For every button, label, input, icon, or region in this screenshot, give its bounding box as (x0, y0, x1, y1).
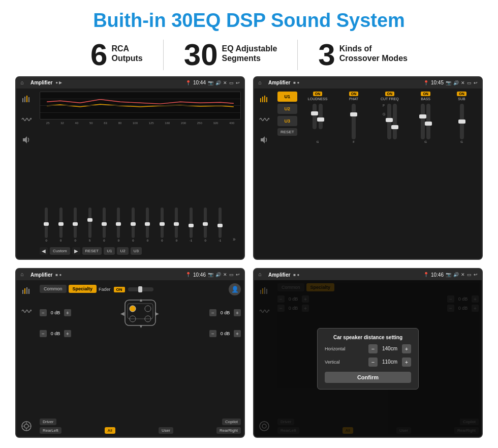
camera-icon-amp: 📷 (446, 80, 451, 85)
dialog-dec-vertical[interactable]: − (368, 357, 378, 367)
home-icon[interactable]: ⌂ (20, 79, 27, 86)
eq-u1-btn[interactable]: U1 (104, 247, 115, 255)
back-icon-spec[interactable]: ↩ (236, 272, 240, 277)
band-on-phat: ON (349, 92, 359, 96)
btn-all[interactable]: All (105, 427, 115, 434)
tab-common[interactable]: Common (40, 285, 67, 293)
x-icon-spec: ✕ (223, 272, 227, 277)
dialog-val-horizontal: 140cm (380, 346, 400, 351)
fader-on-badge[interactable]: ON (114, 287, 125, 292)
stat-text-eq: EQ Adjustable Segments (222, 40, 277, 63)
svg-point-15 (24, 424, 28, 428)
eq-slider-13: -1 (219, 207, 222, 242)
vol-ctrl-fl: − 0 dB + (40, 309, 71, 316)
eq-custom-btn[interactable]: Custom (50, 247, 70, 255)
btn-rearright[interactable]: RearRight (216, 427, 241, 434)
eq-prev-btn[interactable]: ◀ (40, 247, 48, 255)
eq-grid-h3 (40, 112, 240, 113)
topbar-dialog: ⌂ Amplifier ■ ● 📍 10:46 📷 🔊 ✕ ▭ ↩ (254, 269, 482, 280)
vol-inc-fr[interactable]: + (234, 309, 241, 316)
amp-preset-col: U1 U2 U3 RESET (277, 92, 297, 136)
car-svg: ◀ ▶ ▲ ▼ (117, 297, 163, 328)
band-track-phat[interactable] (352, 104, 356, 139)
btn-driver[interactable]: Driver (40, 419, 56, 425)
sidebar-speaker-icon[interactable] (20, 133, 33, 146)
preset-u1[interactable]: U1 (277, 92, 297, 102)
sidebar-speaker-icon-amp[interactable] (258, 133, 271, 146)
home-icon-spec[interactable]: ⌂ (20, 271, 27, 278)
svg-rect-5 (260, 98, 261, 102)
dialog-dec-horizontal[interactable]: − (368, 344, 378, 353)
dialog-inc-vertical[interactable]: + (402, 357, 411, 367)
sidebar-eq-icon[interactable] (20, 93, 33, 106)
dialog-confirm-btn[interactable]: Confirm (325, 372, 411, 383)
vol-dec-rl[interactable]: − (40, 330, 47, 337)
eq-bottom-controls: ◀ Custom ▶ RESET U1 U2 U3 (40, 246, 241, 256)
band-cutfreq: ON CUT FREQ FG (372, 92, 407, 143)
btn-rearleft[interactable]: RearLeft (40, 427, 61, 434)
vol-dec-fr[interactable]: − (209, 309, 216, 316)
btn-user-spec[interactable]: User (159, 427, 173, 434)
eq-slider-4: 5 (88, 207, 91, 242)
sidebar-wave-icon-amp[interactable] (258, 113, 271, 126)
camera-icon-spec: 📷 (208, 272, 213, 277)
band-name-loudness: LOUDNESS (308, 97, 328, 101)
band-track-loudness-l[interactable] (313, 104, 317, 129)
back-icon-dlg[interactable]: ↩ (474, 272, 478, 277)
svg-text:▼: ▼ (139, 324, 143, 328)
location-icon: 📍 (185, 80, 191, 85)
eq-reset-btn[interactable]: RESET (82, 247, 102, 255)
band-sub: ON SUB G (445, 92, 479, 143)
screen3-content: Common Specialty Fader ON 👤 (16, 280, 244, 437)
amp-reset-btn[interactable]: RESET (277, 128, 297, 136)
home-icon-amp[interactable]: ⌂ (258, 79, 265, 86)
stat-sublabel-rca: Outputs (111, 53, 142, 63)
band-track-bass-1[interactable] (421, 104, 425, 139)
eq-u3-btn[interactable]: U3 (131, 247, 142, 255)
band-track-cutfreq-2[interactable] (393, 104, 397, 139)
vol-dec-rr[interactable]: − (209, 330, 216, 337)
amp-row: U1 U2 U3 RESET ON LOUDNESS (277, 92, 479, 143)
svg-marker-4 (23, 136, 27, 143)
svg-point-22 (130, 306, 136, 312)
sidebar-speaker-icon-spec[interactable] (20, 420, 33, 433)
preset-u2[interactable]: U2 (277, 104, 297, 114)
svg-text:▲: ▲ (139, 297, 143, 303)
screen4-content: Common Specialty −0 dB+ −0 dB+ −0 dB+ −0… (254, 280, 482, 437)
btn-copilot[interactable]: Copilot (222, 419, 241, 425)
camera-icon-dlg: 📷 (446, 272, 451, 277)
stat-eq: 30 EQ Adjustable Segments (164, 40, 298, 70)
sidebar-eq-icon-amp[interactable] (258, 93, 271, 106)
eq-u2-btn[interactable]: U2 (117, 247, 128, 255)
sidebar-wave-icon[interactable] (20, 113, 33, 126)
vol-inc-rr[interactable]: + (234, 330, 241, 337)
sidebar-spec (16, 280, 37, 437)
sidebar-wave-icon-spec[interactable] (20, 305, 33, 318)
band-track-cutfreq-1[interactable] (387, 104, 391, 139)
vol-inc-fl[interactable]: + (64, 309, 71, 316)
home-icon-dlg[interactable]: ⌂ (258, 271, 265, 278)
eq-freq-labels: 253240506380100125160200250320400 (40, 122, 241, 125)
band-track-sub[interactable] (460, 104, 464, 139)
sidebar-eq-icon-spec[interactable] (20, 284, 33, 297)
band-track-loudness-r[interactable] (319, 104, 323, 129)
dialog-inc-horizontal[interactable]: + (402, 344, 411, 353)
eq-slider-2: 0 (59, 207, 63, 242)
tab-specialty[interactable]: Specialty (69, 285, 97, 293)
avatar-icon[interactable]: 👤 (229, 283, 241, 295)
back-icon[interactable]: ↩ (236, 80, 240, 85)
eq-slider-9: 0 (161, 207, 164, 242)
eq-main: 253240506380100125160200250320400 0 0 (37, 88, 244, 259)
vol-val-rr: 0 dB (218, 331, 232, 336)
fader-track[interactable] (128, 287, 153, 291)
svg-rect-1 (24, 97, 25, 102)
vol-dec-fl[interactable]: − (40, 309, 47, 316)
svg-text:◀: ◀ (120, 311, 124, 316)
fader-thumb[interactable] (138, 286, 142, 292)
preset-u3[interactable]: U3 (277, 116, 297, 126)
vol-inc-rl[interactable]: + (64, 330, 71, 337)
screen-amp: ⌂ Amplifier ■ ● 📍 10:45 📷 🔊 ✕ ▭ ↩ (253, 76, 483, 260)
band-track-bass-2[interactable] (426, 104, 430, 139)
eq-next-btn[interactable]: ▶ (72, 247, 80, 255)
back-icon-amp[interactable]: ↩ (474, 80, 478, 85)
